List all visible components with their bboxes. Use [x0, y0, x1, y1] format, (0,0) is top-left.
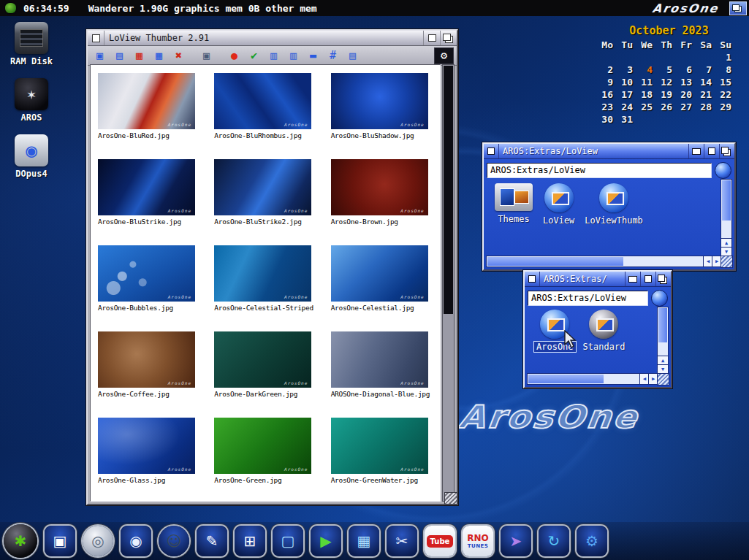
zoom-gadget[interactable] [423, 31, 440, 45]
depth-gadget[interactable] [655, 272, 671, 286]
print-icon[interactable]: ▤ [110, 48, 129, 64]
dock-settings[interactable]: ⚙ [577, 526, 607, 556]
calendar-date: 23 [598, 101, 617, 114]
thumbnail-item[interactable]: ArosOne ArosOne-Bubbles.jpg [91, 239, 207, 325]
horizontal-scrollbar[interactable]: ◀ ▶ [486, 256, 722, 267]
close-gadget[interactable] [525, 272, 540, 286]
check-icon[interactable]: ✔ [245, 48, 263, 64]
resize-gadget[interactable] [721, 256, 733, 268]
path-go-button[interactable] [651, 290, 668, 307]
thumbnail-item[interactable]: ArosOne ArosOne-Celestial.jpg [324, 239, 440, 325]
dock-search[interactable]: ◎ [83, 526, 113, 556]
thumbnail-watermark: ArosOne [400, 380, 424, 386]
window-extras-loview: AROS:Extras/LoView AROS:Extras/LoView Th… [482, 142, 736, 271]
scrollbar-thumb[interactable] [658, 308, 667, 342]
vertical-scrollbar[interactable]: ▲ ▼ [657, 307, 669, 375]
thumbnail-image: ArosOne [214, 159, 311, 215]
vertical-scrollbar[interactable]: ▲ ▼ [721, 179, 732, 257]
resize-gadget[interactable] [657, 373, 669, 386]
file-icon-arosone[interactable]: ArosOne [534, 310, 576, 352]
vertical-scrollbar[interactable] [442, 64, 455, 502]
duplicate-icon[interactable]: ▥ [284, 48, 303, 64]
zoom-gadget[interactable] [704, 144, 719, 158]
thumbnail-item[interactable]: ArosOne ArosOne-GreenWater.jpg [324, 411, 440, 497]
file-icon-loviewthumb[interactable]: LoViewThumb [585, 183, 642, 226]
dock-snip[interactable]: ✂ [387, 526, 417, 556]
dock-windows[interactable]: ⊞ [235, 526, 265, 556]
dock-sync[interactable]: ↻ [539, 526, 569, 556]
loview-titlebar[interactable]: LoView Thumber 2.91 [88, 31, 457, 46]
dock-display[interactable]: ▢ [273, 526, 303, 556]
desktop-icon-dopus4[interactable]: DOpus4 [6, 134, 57, 179]
screen-depth-gadget[interactable] [729, 1, 747, 15]
copy-icon[interactable]: ▥ [265, 48, 283, 64]
dock-player[interactable]: ▶ [311, 526, 341, 556]
thumbnail-item[interactable]: ArosOne ArosOne-Coffee.jpg [91, 325, 207, 411]
calendar-date: 24 [617, 101, 637, 114]
dock-wallpaper[interactable]: ▣ [45, 526, 75, 556]
open-image-icon[interactable]: ▣ [91, 48, 109, 64]
window-titlebar[interactable]: AROS:Extras/LoView [484, 144, 734, 159]
calendar-date: 20 [677, 89, 696, 101]
horizontal-scrollbar[interactable]: ◀ ▶ [527, 373, 658, 385]
scrollbar-thumb[interactable] [528, 375, 604, 383]
desktop-icon-ram-disk[interactable]: RAM Disk [6, 22, 57, 66]
path-input[interactable]: AROS:Extras/LoView [487, 163, 712, 178]
record-icon[interactable]: ● [225, 48, 243, 64]
thumbnail-item[interactable]: ArosOne AROSOne-Diagonal-Blue.jpg [324, 325, 440, 411]
delete-icon[interactable]: ✖ [170, 48, 188, 64]
settings-gear-icon[interactable]: ⚙ [434, 47, 454, 64]
path-input[interactable]: AROS:Extras/LoView [528, 291, 648, 306]
dock-chat[interactable]: ☺ [159, 526, 189, 556]
paste-icon[interactable]: ▤ [343, 48, 362, 64]
depth-gadget[interactable] [440, 31, 457, 45]
thumbnail-item[interactable]: ArosOne ArosOne-BluRed.jpg [91, 66, 207, 153]
hash-icon[interactable]: # [324, 48, 342, 64]
thumbnail-image: ArosOne [331, 159, 428, 215]
scrollbar-thumb[interactable] [722, 180, 731, 220]
dock-dart[interactable]: ➤ [501, 526, 531, 556]
thumbnail-item[interactable]: ArosOne ArosOne-DarkGreen.jpg [207, 325, 323, 411]
dock-chat-glyph: ☺ [167, 534, 182, 548]
close-gadget[interactable] [484, 144, 499, 158]
thumbnail-item[interactable]: ArosOne ArosOne-BluShadow.jpg [324, 66, 440, 153]
thumbnail-item[interactable]: ArosOne ArosOne-Glass.jpg [91, 411, 207, 497]
iconify-gadget[interactable] [688, 144, 704, 158]
iconify-gadget[interactable] [625, 272, 640, 286]
thumbnail-item[interactable]: ArosOne ArosOne-BluStrike2.jpg [207, 153, 323, 239]
file-icon-themes[interactable]: Themes [495, 183, 533, 224]
close-gadget[interactable] [88, 31, 104, 45]
calendar-day-header: Th [657, 39, 677, 52]
dock-aros-menu[interactable]: ✱ [4, 524, 37, 558]
file-icon-standard[interactable]: Standard [583, 310, 626, 352]
path-go-button[interactable] [715, 162, 731, 179]
scrollbar-thumb[interactable] [487, 257, 623, 266]
dock-paint[interactable]: ✎ [197, 526, 227, 556]
ramdisk-icon [15, 22, 48, 54]
thumbnail-watermark: ArosOne [400, 122, 424, 127]
save-icon[interactable]: ▬ [304, 48, 322, 64]
frame-icon[interactable]: ▣ [197, 48, 216, 64]
thumbnail-item[interactable]: ArosOne ArosOne-Celestial-Striped [207, 239, 323, 325]
thumbnail-item[interactable]: ArosOne ArosOne-Brown.jpg [324, 153, 440, 239]
thumbnail-item[interactable]: ArosOne ArosOne-BluRhombus.jpg [207, 66, 323, 153]
drawer-icon [495, 183, 533, 211]
dock-tube[interactable]: Tube [425, 526, 455, 556]
desktop-icon-aros[interactable]: AROS [6, 78, 57, 123]
depth-gadget[interactable] [719, 144, 734, 158]
file-icon-loview[interactable]: LoView [543, 183, 574, 226]
grid-red-icon[interactable]: ▦ [130, 48, 148, 64]
scrollbar-thumb[interactable] [444, 66, 453, 314]
thumbnail-item[interactable]: ArosOne ArosOne-BluStrike.jpg [91, 153, 207, 239]
calendar-date [696, 52, 716, 64]
sphere-gray-icon [589, 310, 618, 339]
zoom-gadget[interactable] [640, 272, 655, 286]
window-titlebar[interactable]: AROS:Extras/ [525, 272, 671, 287]
resize-gadget[interactable] [444, 492, 457, 505]
dock-sync-glyph: ↻ [548, 534, 560, 548]
grid-blue-icon[interactable]: ▦ [150, 48, 168, 64]
dock-rnotunes[interactable]: RNOTUNES [463, 526, 493, 556]
thumbnail-item[interactable]: ArosOne ArosOne-Green.jpg [207, 411, 323, 497]
dock-gallery[interactable]: ▦ [349, 526, 379, 556]
dock-browser[interactable]: ◉ [121, 526, 151, 556]
